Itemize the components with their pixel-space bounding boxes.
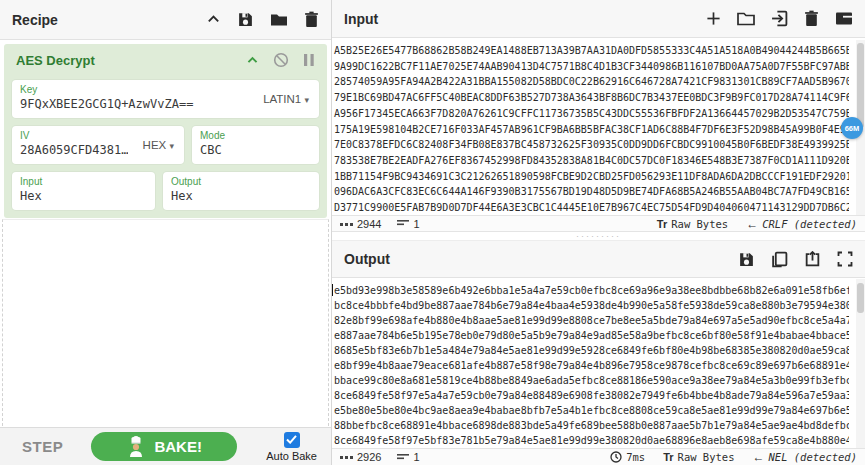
collapse-recipe-icon[interactable] xyxy=(206,12,221,27)
chef-icon xyxy=(126,436,146,458)
input-encoding-value: Raw Bytes xyxy=(671,218,728,230)
output-format-select[interactable]: Output Hex xyxy=(163,172,319,210)
collapse-operation-icon[interactable] xyxy=(246,54,259,67)
iv-type-dropdown[interactable]: HEX ▾ xyxy=(143,139,174,151)
output-format-label: Output xyxy=(171,176,311,188)
maximize-output-icon[interactable] xyxy=(837,251,853,267)
output-char-count: 2926 xyxy=(357,451,381,463)
mode-value: CBC xyxy=(200,142,311,158)
bake-label: BAKE! xyxy=(154,438,202,455)
chevron-down-icon: ▾ xyxy=(304,95,309,105)
bake-time-value: 7ms xyxy=(626,451,645,463)
output-line-count: 1 xyxy=(413,451,419,463)
char-count-icon xyxy=(340,453,353,461)
output-eol-value: NEL (detected) xyxy=(768,451,857,463)
open-input-file-icon[interactable] xyxy=(771,10,788,27)
save-output-icon[interactable] xyxy=(738,251,755,268)
input-header: Input xyxy=(332,0,865,38)
key-value[interactable]: 9FQxXBEE2GCG1Q+AzwVvZA== xyxy=(20,96,240,112)
save-recipe-icon[interactable] xyxy=(237,11,254,28)
bake-time: 7ms xyxy=(610,451,645,463)
open-folder-icon[interactable] xyxy=(737,11,755,26)
output-status-bar: 2926 1 7ms Tr Raw Bytes ← NEL (detected) xyxy=(332,448,865,465)
input-title: Input xyxy=(344,11,378,27)
text-encoding-icon: Tr xyxy=(663,451,673,463)
input-tabs-layout-icon[interactable] xyxy=(835,11,853,26)
output-title: Output xyxy=(344,251,390,267)
recipe-header: Recipe xyxy=(0,0,331,40)
operation-title: AES Decrypt xyxy=(16,53,95,68)
output-scrollbar-thumb[interactable] xyxy=(857,283,864,313)
iv-field[interactable]: IV 28A6059CFD4381… HEX ▾ xyxy=(12,126,184,164)
output-format-value: Hex xyxy=(171,188,311,204)
disable-operation-icon[interactable] xyxy=(273,52,289,68)
key-type-value: LATIN1 xyxy=(263,93,301,105)
operation-aes-decrypt[interactable]: AES Decrypt Key 9FQxXBEE2GCG1Q+AzwVvZA==… xyxy=(4,44,327,218)
recipe-drop-area[interactable] xyxy=(2,219,329,426)
drag-handle-dots: ········· xyxy=(576,234,621,238)
line-ending-icon: ← xyxy=(752,452,764,462)
input-format-label: Input xyxy=(20,176,147,188)
check-icon xyxy=(286,435,297,444)
input-line-count: 1 xyxy=(413,218,419,230)
input-encoding-selector[interactable]: Tr Raw Bytes xyxy=(657,218,728,230)
input-eol-selector[interactable]: ← CRLF (detected) xyxy=(746,218,857,230)
chevron-down-icon: ▾ xyxy=(169,141,174,151)
output-textarea[interactable]: e5bd93e998b3e58589e6b492e6bba1e5a4a7e59c… xyxy=(332,283,849,448)
mode-select[interactable]: Mode CBC xyxy=(192,126,319,164)
auto-bake-checkbox[interactable] xyxy=(284,432,300,448)
input-eol-value: CRLF (detected) xyxy=(762,218,857,230)
controls-bar: STEP BAKE! Auto Bake xyxy=(0,427,331,465)
input-format-select[interactable]: Input Hex xyxy=(12,172,155,210)
cyberchef-app: Recipe AES Decrypt Key 9FQxXBEE2GCG1Q+Az… xyxy=(0,0,865,465)
iv-value[interactable]: 28A6059CFD4381… xyxy=(20,142,128,158)
step-button[interactable]: STEP xyxy=(22,438,63,455)
breakpoint-pause-icon[interactable] xyxy=(303,53,315,67)
clear-recipe-trash-icon[interactable] xyxy=(304,11,319,28)
output-encoding-selector[interactable]: Tr Raw Bytes xyxy=(663,451,734,463)
clock-icon xyxy=(610,451,622,463)
input-output-splitter[interactable]: ········· xyxy=(332,232,865,240)
mode-label: Mode xyxy=(200,130,311,142)
open-output-new-tab-icon[interactable] xyxy=(804,251,821,268)
key-type-dropdown[interactable]: LATIN1 ▾ xyxy=(263,93,309,105)
bake-button[interactable]: BAKE! xyxy=(91,432,237,461)
text-encoding-icon: Tr xyxy=(657,218,667,230)
input-char-count: 2944 xyxy=(357,218,381,230)
line-ending-icon: ← xyxy=(746,219,758,229)
output-encoding-value: Raw Bytes xyxy=(678,451,735,463)
line-count-icon xyxy=(397,219,409,228)
input-textarea[interactable]: A5B25E26E5477B68862B58B249EA1488EB713A39… xyxy=(332,43,849,216)
add-input-tab-icon[interactable] xyxy=(706,11,721,26)
output-header: Output xyxy=(332,240,865,278)
input-status-bar: 2944 1 Tr Raw Bytes ← CRLF (detected) xyxy=(332,215,865,232)
copy-output-icon[interactable] xyxy=(771,251,788,268)
input-scrollbar-thumb[interactable] xyxy=(857,43,864,128)
clear-input-trash-icon[interactable] xyxy=(804,10,819,27)
line-count-icon xyxy=(397,453,409,462)
recipe-title: Recipe xyxy=(12,12,58,28)
key-field[interactable]: Key 9FQxXBEE2GCG1Q+AzwVvZA== LATIN1 ▾ xyxy=(12,80,319,118)
auto-bake-label: Auto Bake xyxy=(266,450,317,462)
input-format-value: Hex xyxy=(20,188,147,204)
text-cursor xyxy=(332,284,333,296)
iv-type-value: HEX xyxy=(143,139,167,151)
floating-badge-66m[interactable]: 66M xyxy=(841,117,863,139)
char-count-icon xyxy=(340,220,353,228)
output-eol-selector[interactable]: ← NEL (detected) xyxy=(752,451,857,463)
load-recipe-folder-icon[interactable] xyxy=(270,12,288,27)
